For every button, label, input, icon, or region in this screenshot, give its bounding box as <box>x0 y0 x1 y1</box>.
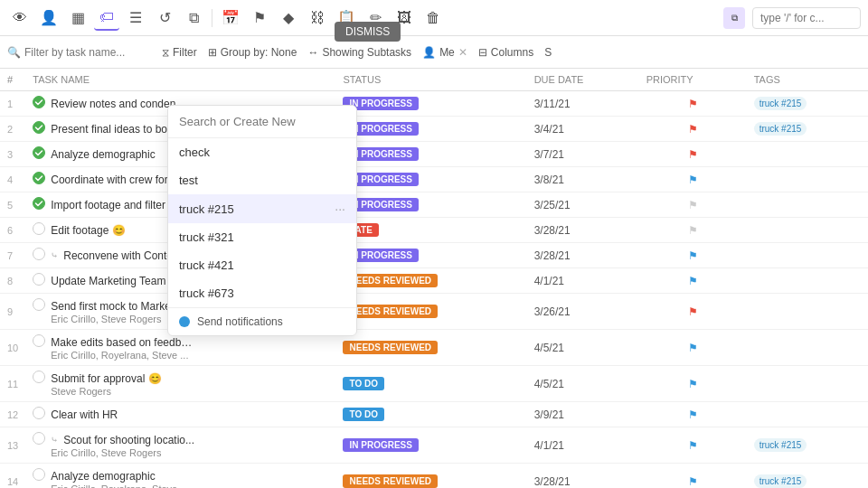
status-cell[interactable]: TO DO <box>335 366 526 402</box>
row-number: 7 <box>0 243 25 268</box>
tag-icon[interactable]: 🏷 <box>94 5 119 31</box>
flag-icon[interactable]: ⚑ <box>247 5 272 31</box>
dismiss-button[interactable]: DISMISS <box>335 22 401 42</box>
check-empty-icon[interactable] <box>33 371 45 386</box>
check-empty-icon[interactable] <box>33 432 45 447</box>
calendar-icon[interactable]: 📅 <box>218 5 243 31</box>
svg-point-2 <box>33 147 45 159</box>
row-number: 11 <box>0 366 25 402</box>
status-cell[interactable]: LATE <box>335 218 526 243</box>
status-cell[interactable]: IN PROGRESS <box>335 142 526 167</box>
due-date-cell: 3/28/21 <box>527 218 639 243</box>
dropdown-item-test[interactable]: test <box>168 166 356 194</box>
status-cell[interactable]: IN PROGRESS <box>335 243 526 268</box>
check-done-icon[interactable] <box>33 146 45 162</box>
table-row[interactable]: 4Coordinate with crew for cat.IN PROGRES… <box>0 167 868 192</box>
priority-cell: ⚑ <box>639 427 747 464</box>
table-row[interactable]: 11Submit for approval 😊Steve RogersTO DO… <box>0 366 868 402</box>
table-row[interactable]: 5Import footage and filter oIN PROGRESS3… <box>0 192 868 218</box>
showing-subtasks-button[interactable]: ↔ Showing Subtasks <box>307 46 411 59</box>
status-cell[interactable]: IN PROGRESS <box>335 167 526 192</box>
subtask-icon: ⤷ <box>51 435 58 445</box>
s-button[interactable]: S <box>544 46 552 59</box>
priority-flag-icon: ⚑ <box>688 148 698 161</box>
table-row[interactable]: 14Analyze demographicEric Cirillo, Royel… <box>0 464 868 489</box>
dropdown-item-truck215[interactable]: truck #215··· <box>168 194 356 223</box>
dropdown-item-truck421[interactable]: truck #421 <box>168 251 356 279</box>
table-row[interactable]: 3Analyze demographicIN PROGRESS3/7/21⚑ <box>0 142 868 167</box>
dropdown-item-dots[interactable]: ··· <box>335 202 345 216</box>
priority-flag-icon: ⚑ <box>688 305 698 318</box>
check-done-icon[interactable] <box>33 96 45 111</box>
send-notifications-row[interactable]: Send notifications <box>168 308 356 335</box>
check-empty-icon[interactable] <box>33 468 45 483</box>
svg-point-7 <box>33 274 45 286</box>
task-name-text: Review notes and conden. <box>51 98 178 110</box>
me-button[interactable]: 👤 Me ✕ <box>422 46 467 59</box>
task-name-text: Clear with HR <box>51 408 118 421</box>
task-name-text: Update Marketing Team <box>51 275 165 287</box>
dropdown-item-truck673[interactable]: truck #673 <box>168 279 356 307</box>
copy-icon[interactable]: ⧉ <box>181 5 206 31</box>
eye-icon[interactable]: 👁 <box>7 5 33 31</box>
status-cell[interactable]: IN PROGRESS <box>335 117 526 142</box>
table-row[interactable]: 2Present final ideas to boa.IN PROGRESS3… <box>0 117 868 142</box>
diamond-icon[interactable]: ◆ <box>276 5 301 31</box>
status-cell[interactable]: IN PROGRESS <box>335 91 526 117</box>
trash-icon[interactable]: 🗑 <box>420 5 446 31</box>
priority-flag-icon: ⚑ <box>688 224 698 237</box>
dropdown-item-check[interactable]: check <box>168 138 356 166</box>
table-row[interactable]: 13⤷Scout for shooting locatio...Eric Cir… <box>0 427 868 464</box>
priority-cell: ⚑ <box>639 91 747 117</box>
task-name-cell[interactable]: Clear with HR <box>25 402 335 427</box>
status-cell[interactable]: NEEDS REVIEWED <box>335 294 526 330</box>
refresh-icon[interactable]: ↺ <box>152 5 177 31</box>
table-row[interactable]: 12Clear with HRTO DO3/9/21⚑ <box>0 402 868 427</box>
status-cell[interactable]: NEEDS REVIEWED <box>335 330 526 366</box>
table-row[interactable]: 7⤷Reconvene with Content ...IN PROGRESS3… <box>0 243 868 268</box>
check-done-icon[interactable] <box>33 172 45 187</box>
task-table-container: # TASK NAME STATUS DUE DATE PRIORITY TAG… <box>0 69 868 488</box>
table-row[interactable]: 1Review notes and conden.IN PROGRESS3/11… <box>0 91 868 117</box>
table-row[interactable]: 6Edit footage 😊LATE3/28/21⚑ <box>0 218 868 243</box>
check-done-icon[interactable] <box>33 121 45 136</box>
status-cell[interactable]: NEEDS REVIEWED <box>335 268 526 294</box>
check-done-icon[interactable] <box>33 197 45 212</box>
table-row[interactable]: 9Send first mock to Marketing...Eric Cir… <box>0 294 868 330</box>
status-cell[interactable]: IN PROGRESS <box>335 427 526 464</box>
notif-circle-icon <box>179 316 190 327</box>
task-name-cell[interactable]: Submit for approval 😊Steve Rogers <box>25 366 335 402</box>
top-search-input[interactable] <box>752 7 861 29</box>
person-icon[interactable]: 👤 <box>36 5 61 31</box>
task-name-cell[interactable]: Analyze demographicEric Cirillo, Royelra… <box>25 464 335 489</box>
group-by-button[interactable]: ⊞ Group by: None <box>208 46 297 59</box>
check-empty-icon[interactable] <box>33 334 45 350</box>
check-empty-icon[interactable] <box>33 273 45 288</box>
check-empty-icon[interactable] <box>33 248 45 263</box>
send-notifications-label: Send notifications <box>197 315 283 328</box>
task-name-cell[interactable]: ⤷Scout for shooting locatio...Eric Ciril… <box>25 427 335 464</box>
list-icon[interactable]: ☰ <box>123 5 148 31</box>
priority-flag-icon: ⚑ <box>688 342 698 354</box>
table-row[interactable]: 10Make edits based on feedba...Eric Ciri… <box>0 330 868 366</box>
status-cell[interactable]: IN PROGRESS <box>335 192 526 218</box>
check-empty-icon[interactable] <box>33 298 45 314</box>
task-filter-input[interactable] <box>24 46 151 59</box>
avatar-icon[interactable]: ⧉ <box>723 7 745 29</box>
table-row[interactable]: 8Update Marketing TeamNEEDS REVIEWED4/1/… <box>0 268 868 294</box>
check-empty-icon[interactable] <box>33 407 45 422</box>
columns-icon: ⊟ <box>478 46 487 59</box>
filter-button[interactable]: ⧖ Filter <box>162 46 197 59</box>
status-cell[interactable]: NEEDS REVIEWED <box>335 464 526 489</box>
priority-flag-icon: ⚑ <box>688 98 698 110</box>
columns-button[interactable]: ⊟ Columns <box>478 46 533 59</box>
dropdown-search-input[interactable] <box>168 106 356 138</box>
link-icon[interactable]: ⛓ <box>305 5 330 31</box>
svg-point-9 <box>33 335 45 347</box>
dropdown-item-truck321[interactable]: truck #321 <box>168 223 356 251</box>
grid-icon[interactable]: ▦ <box>65 5 90 31</box>
priority-flag-icon: ⚑ <box>688 378 698 390</box>
check-empty-icon[interactable] <box>33 222 45 238</box>
toolbar: 👁 👤 ▦ 🏷 ☰ ↺ ⧉ 📅 ⚑ ◆ ⛓ 📋 ✏ 🖼 🗑 ⧉ <box>0 0 868 36</box>
status-cell[interactable]: TO DO <box>335 402 526 427</box>
